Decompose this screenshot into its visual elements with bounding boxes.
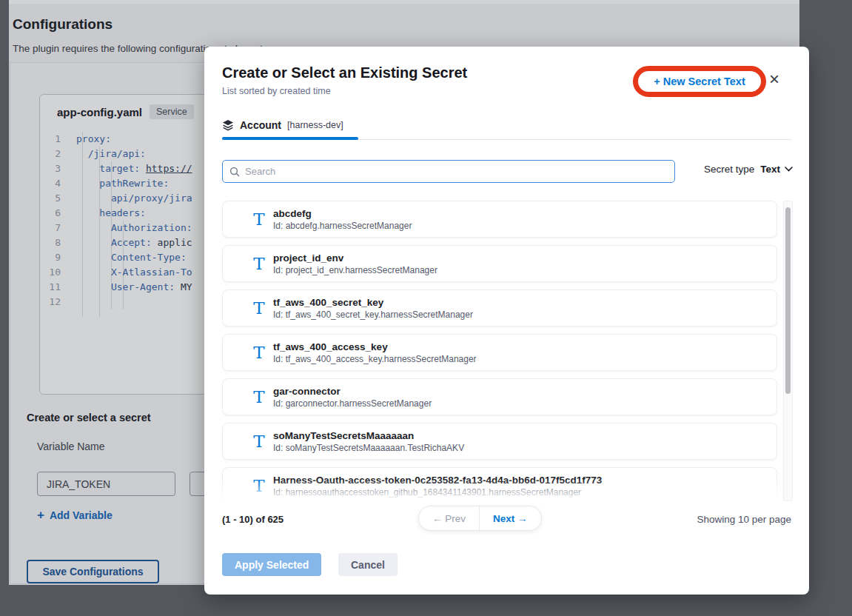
secret-name: gar-connector xyxy=(273,386,432,397)
secret-id: Id: project_id_env.harnessSecretManager xyxy=(273,265,437,275)
text-secret-icon: T xyxy=(252,300,266,317)
pagination-controls: ← Prev Next → xyxy=(418,506,542,531)
modal-title: Create or Select an Existing Secret xyxy=(222,64,467,81)
secret-type-dropdown[interactable]: Text xyxy=(760,164,793,175)
new-secret-text-button[interactable]: + New Secret Text xyxy=(654,76,745,87)
apply-selected-button[interactable]: Apply Selected xyxy=(222,553,321,576)
secret-id: Id: harnessoauthaccesstoken_github_16843… xyxy=(273,487,602,498)
text-secret-icon: T xyxy=(252,211,266,228)
search-box xyxy=(222,160,675,183)
pagination-range: (1 - 10) of 625 xyxy=(222,514,284,525)
text-secret-icon: T xyxy=(252,389,266,406)
tab-account-label: Account xyxy=(240,119,281,131)
red-annotation-circle: + New Secret Text xyxy=(633,66,766,97)
tab-account[interactable]: Account [harness-dev] xyxy=(222,119,343,131)
next-page-button[interactable]: Next → xyxy=(480,506,541,530)
secret-name: soManyTestSecretsMaaaaaan xyxy=(273,430,464,441)
close-icon[interactable]: × xyxy=(769,70,779,88)
secret-id: Id: tf_aws_400_access_key.harnessSecretM… xyxy=(273,354,477,364)
text-secret-icon: T xyxy=(252,433,266,450)
secret-list-item[interactable]: T project_id_env Id: project_id_env.harn… xyxy=(222,245,777,282)
secret-list-item[interactable]: T abcdefg Id: abcdefg.harnessSecretManag… xyxy=(222,201,777,238)
search-icon xyxy=(229,167,240,177)
modal-subtitle: List sorted by created time xyxy=(222,86,331,96)
active-tab-underline xyxy=(222,137,358,140)
secret-type-control: Secret type Text xyxy=(704,164,793,175)
secret-name: tf_aws_400_access_key xyxy=(273,341,477,352)
secret-id: Id: tf_aws_400_secret_key.harnessSecretM… xyxy=(273,309,473,320)
text-secret-icon: T xyxy=(252,255,266,272)
tab-account-scope: [harness-dev] xyxy=(287,120,343,130)
layers-icon xyxy=(222,119,234,131)
list-scrollbar[interactable] xyxy=(783,201,793,501)
prev-page-button[interactable]: ← Prev xyxy=(419,506,480,530)
per-page-indicator: Showing 10 per page xyxy=(697,514,791,525)
secret-name: project_id_env xyxy=(273,252,437,264)
secret-type-label: Secret type xyxy=(704,164,754,175)
secret-id: Id: abcdefg.harnessSecretManager xyxy=(273,221,412,231)
secret-list: T abcdefg Id: abcdefg.harnessSecretManag… xyxy=(222,201,777,501)
scrollbar-thumb[interactable] xyxy=(785,207,791,394)
text-secret-icon: T xyxy=(252,344,266,361)
secret-list-item[interactable]: T Harness-Oauth-access-token-0c253582-fa… xyxy=(222,467,777,501)
secret-name: tf_aws_400_secret_key xyxy=(273,297,473,308)
secret-list-item[interactable]: T tf_aws_400_access_key Id: tf_aws_400_a… xyxy=(222,334,777,371)
select-secret-modal: Create or Select an Existing Secret List… xyxy=(204,47,809,595)
cancel-button[interactable]: Cancel xyxy=(338,553,398,576)
secret-id: Id: garconnector.harnessSecretManager xyxy=(273,398,432,409)
secret-name: Harness-Oauth-access-token-0c253582-fa13… xyxy=(273,475,602,486)
secret-list-item[interactable]: T gar-connector Id: garconnector.harness… xyxy=(222,378,777,415)
secret-list-item[interactable]: T tf_aws_400_secret_key Id: tf_aws_400_s… xyxy=(222,289,777,327)
secret-id: Id: soManyTestSecretsMaaaaaan.TestRichaA… xyxy=(273,443,464,453)
chevron-down-icon xyxy=(785,167,793,172)
search-input[interactable] xyxy=(245,166,668,177)
secret-list-item[interactable]: T soManyTestSecretsMaaaaaan Id: soManyTe… xyxy=(222,423,777,460)
secret-name: abcdefg xyxy=(273,208,412,219)
text-secret-icon: T xyxy=(252,478,266,495)
